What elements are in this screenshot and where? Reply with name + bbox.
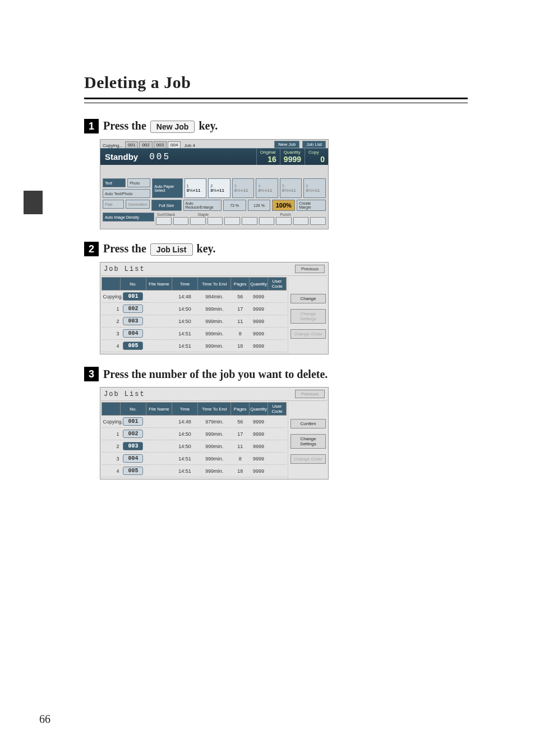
table-row: 1 002 14:50999min. 179999 xyxy=(102,303,287,315)
counter-quantity: Quantity 9999 xyxy=(280,149,305,165)
ratio-73[interactable]: 73 % xyxy=(223,200,246,211)
tray-6[interactable]: 68½×11 xyxy=(303,178,326,198)
section-title: Deleting a Job xyxy=(84,73,468,92)
joblist-a-previous[interactable]: Previous xyxy=(295,265,325,273)
hdr-end: Time To End xyxy=(198,278,231,291)
create-margin[interactable]: Create Margin xyxy=(297,200,326,211)
paper-select[interactable]: Auto Paper Select xyxy=(152,178,182,198)
job-004[interactable]: 004 xyxy=(123,329,143,338)
hdr-pages: Pages xyxy=(231,278,250,291)
job-tab-004[interactable]: 004 xyxy=(168,141,181,148)
step1-after: key. xyxy=(199,119,218,132)
joblist-a-title: Job List xyxy=(104,265,145,273)
finish-option[interactable] xyxy=(156,217,172,225)
job-list-button[interactable]: Job List xyxy=(302,141,326,148)
change-button[interactable]: Change xyxy=(290,294,326,303)
hdr-no: No. xyxy=(120,278,146,291)
finish-option[interactable] xyxy=(293,217,309,225)
job-label: Job 4 xyxy=(184,143,195,148)
table-row: 3 004 14:51999min. 89999 xyxy=(102,453,287,465)
punch-label: Punch xyxy=(280,213,291,216)
mode-pale[interactable]: Pale xyxy=(103,200,124,209)
standby-bignum: 005 xyxy=(149,152,170,162)
finish-option[interactable] xyxy=(310,217,326,225)
rule-thin xyxy=(84,103,468,103)
table-row: 1 002 14:50999min. 179999 xyxy=(102,428,287,440)
table-row: 4 005 14:51999min. 189999 xyxy=(102,465,287,477)
sort-stack-label: Sort/Stack xyxy=(157,213,175,216)
full-size[interactable]: Full Size xyxy=(151,200,182,211)
change-settings-button[interactable]: Change Settings xyxy=(290,309,326,324)
step1-before: Press the xyxy=(103,119,149,132)
joblist-b-previous[interactable]: Previous xyxy=(295,390,325,398)
tray-5[interactable]: 58½×11 xyxy=(280,178,302,198)
step3-text: Press the number of the job you want to … xyxy=(103,368,328,381)
finish-option[interactable] xyxy=(242,217,257,225)
mode-text[interactable]: Text xyxy=(103,178,126,187)
hdr-end: Time To End xyxy=(198,403,231,416)
standby-title: Standby xyxy=(100,150,142,164)
finish-option[interactable] xyxy=(173,217,189,225)
job-003[interactable]: 003 xyxy=(123,442,143,450)
table-row: Copying... 001 14:48984min. 569999 xyxy=(102,291,287,303)
step-2: 2 Press the Job List key. xyxy=(84,242,468,256)
ratio-100: 100% xyxy=(272,200,295,211)
tray-3[interactable]: 38½×11 xyxy=(232,178,255,198)
auto-reduce-enlarge[interactable]: Auto Reduce/Enlarge xyxy=(183,200,222,211)
job-003[interactable]: 003 xyxy=(123,317,143,325)
hdr-pages: Pages xyxy=(231,403,250,416)
confirm-button[interactable]: Confirm xyxy=(290,419,326,428)
new-job-key-label: New Job xyxy=(150,121,195,133)
hdr-file: File Name xyxy=(146,278,172,291)
job-005[interactable]: 005 xyxy=(123,342,143,350)
finish-option[interactable] xyxy=(224,217,240,225)
job-005[interactable]: 005 xyxy=(123,467,143,475)
tray-4[interactable]: 48½×11 xyxy=(256,178,278,198)
mode-auto-text-photo[interactable]: Auto Text/Photo xyxy=(103,189,150,198)
job-tab-001[interactable]: 001 xyxy=(125,141,138,148)
change-settings-button[interactable]: Change Settings xyxy=(290,434,326,449)
finish-option[interactable] xyxy=(207,217,223,225)
job-tab-003[interactable]: 003 xyxy=(154,141,167,148)
table-row: 2 003 14:50999min. 119999 xyxy=(102,440,287,453)
new-job-button[interactable]: New Job xyxy=(274,141,299,148)
job-001[interactable]: 001 xyxy=(123,417,143,426)
job-004[interactable]: 004 xyxy=(123,454,143,463)
job-001[interactable]: 001 xyxy=(123,292,143,301)
hdr-time: Time xyxy=(172,278,197,291)
hdr-file: File Name xyxy=(146,403,172,416)
counter-copy: Copy 0 xyxy=(305,149,328,165)
step-num-3: 3 xyxy=(84,367,99,381)
change-order-button[interactable]: Change Order xyxy=(290,454,326,464)
hdr-qty: Quantity xyxy=(250,278,268,291)
joblist-b-title: Job List xyxy=(104,390,145,398)
counter-original: Original 16 xyxy=(256,149,280,165)
job-002[interactable]: 002 xyxy=(123,305,143,313)
staple-label: Staple xyxy=(197,213,209,216)
step-3: 3 Press the number of the job you want t… xyxy=(84,367,468,381)
job-list-key-label: Job List xyxy=(150,243,193,256)
mode-photo[interactable]: Photo xyxy=(127,178,150,187)
job-list-panel-a: Job List Previous No. File Name Time Tim… xyxy=(100,262,329,354)
change-order-button[interactable]: Change Order xyxy=(290,329,326,339)
finish-option[interactable] xyxy=(259,217,275,225)
job-002[interactable]: 002 xyxy=(123,430,143,438)
step-num-2: 2 xyxy=(84,242,99,256)
table-row: 4 005 14:51999min. 189999 xyxy=(102,340,287,352)
joblist-b-table: No. File Name Time Time To End Pages Qua… xyxy=(102,402,287,477)
step2-after: key. xyxy=(197,242,216,255)
step-1: 1 Press the New Job key. xyxy=(84,119,468,133)
chapter-tab xyxy=(24,191,43,214)
table-row: 3 004 14:51999min. 89999 xyxy=(102,328,287,340)
finish-option[interactable] xyxy=(190,217,206,225)
hdr-no: No. xyxy=(120,403,146,416)
step2-before: Press the xyxy=(103,242,149,255)
auto-image-density[interactable]: Auto Image Density xyxy=(103,213,154,222)
ratio-129[interactable]: 129 % xyxy=(248,200,271,211)
tray-1[interactable]: 18½×11 xyxy=(185,178,207,198)
hdr-user: User Code xyxy=(268,403,287,416)
mode-generation[interactable]: Generation xyxy=(126,200,150,209)
tray-2[interactable]: 28½×11 xyxy=(208,178,230,198)
finish-option[interactable] xyxy=(276,217,292,225)
job-tab-002[interactable]: 002 xyxy=(139,141,152,148)
